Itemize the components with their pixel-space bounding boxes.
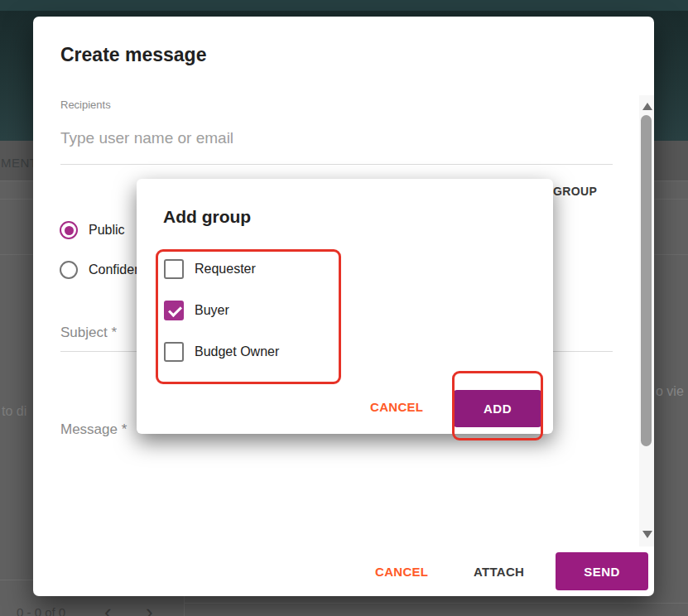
- previous-page-icon[interactable]: ‹: [104, 601, 112, 616]
- background-footer-divider: [184, 603, 688, 604]
- checkbox-label: Buyer: [195, 303, 229, 318]
- add-group-add-button[interactable]: ADD: [454, 390, 541, 427]
- dialog-scrollbar-thumb[interactable]: [641, 115, 652, 446]
- recipients-label: Recipients: [60, 99, 111, 111]
- add-group-cancel-button[interactable]: CANCEL: [370, 400, 423, 414]
- background-text-fragment: to di: [2, 404, 26, 419]
- background-tab-label: MENT: [1, 156, 38, 170]
- recipients-input[interactable]: [60, 129, 541, 147]
- add-group-button[interactable]: GROUP: [553, 185, 597, 198]
- cancel-button[interactable]: CANCEL: [375, 565, 428, 579]
- create-message-title: Create message: [60, 44, 206, 66]
- radio-label: Public: [89, 223, 125, 238]
- checkbox-icon[interactable]: [164, 342, 184, 362]
- group-option-budget-owner[interactable]: Budget Owner: [164, 342, 412, 363]
- add-group-dialog: Add group Requester Buyer Budget Owner C…: [137, 179, 553, 434]
- checkbox-icon[interactable]: [164, 301, 184, 320]
- checkbox-label: Requester: [195, 262, 256, 277]
- group-option-requester[interactable]: Requester: [164, 259, 412, 281]
- subject-label: Subject *: [60, 325, 117, 341]
- radio-icon[interactable]: [60, 221, 78, 239]
- scroll-up-icon[interactable]: [642, 103, 652, 110]
- recipients-underline: [60, 164, 613, 165]
- message-label: Message *: [60, 421, 127, 438]
- pagination-range-label: 0 - 0 of 0: [17, 605, 65, 616]
- add-group-title: Add group: [163, 207, 251, 227]
- next-page-icon[interactable]: ›: [146, 601, 153, 616]
- checkbox-icon[interactable]: [164, 259, 184, 279]
- attach-button[interactable]: ATTACH: [474, 565, 524, 579]
- checkbox-label: Budget Owner: [195, 344, 279, 359]
- radio-icon[interactable]: [60, 261, 78, 279]
- send-button[interactable]: SEND: [556, 552, 648, 590]
- browser-top-strip: [0, 0, 688, 11]
- group-option-buyer[interactable]: Buyer: [164, 301, 412, 322]
- background-text-fragment: o vie: [656, 384, 684, 399]
- scroll-down-icon[interactable]: [642, 531, 652, 538]
- background-divider: [0, 580, 33, 580]
- screen: MENT to di o vie 0 - 0 of 0 ‹ › Create m…: [0, 0, 688, 616]
